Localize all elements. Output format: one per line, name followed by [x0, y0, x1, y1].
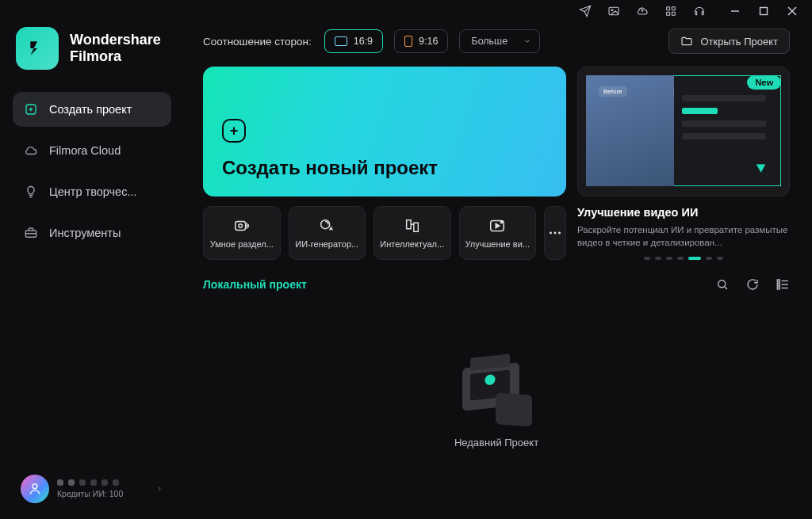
landscape-ratio-icon	[335, 36, 347, 46]
window-controls	[730, 6, 798, 17]
promo-before-label: Before	[599, 86, 627, 97]
promo-panel: Before After New Улучшение видео ИИ Раск…	[577, 67, 790, 260]
tool-smart-split[interactable]: Умное раздел...	[203, 206, 281, 260]
svg-point-19	[501, 221, 503, 223]
tool-ai-generator[interactable]: ИИ-генератор...	[289, 206, 366, 260]
chevron-down-icon	[523, 37, 531, 45]
sidebar-item-label: Filmora Cloud	[49, 144, 121, 157]
svg-rect-25	[777, 284, 779, 286]
open-project-text: Открыть Проект	[701, 36, 779, 48]
tool-label: Умное раздел...	[210, 239, 274, 249]
tabs-row: Локальный проект	[203, 277, 790, 292]
sidebar-item-label: Центр творчес...	[49, 185, 136, 198]
svg-rect-2	[667, 7, 670, 10]
svg-point-21	[554, 232, 557, 235]
dots-icon	[546, 224, 564, 242]
chevron-right-icon	[155, 485, 163, 493]
sidebar-item-creative[interactable]: Центр творчес...	[13, 174, 171, 209]
brand-line1: Wondershare	[70, 32, 161, 48]
promo-pagination[interactable]	[577, 257, 790, 260]
sidebar-item-label: Создать проект	[49, 103, 132, 116]
enhance-icon	[488, 217, 506, 235]
user-meta: Кредиты ИИ: 100	[57, 479, 147, 498]
tool-label: ИИ-генератор...	[295, 239, 358, 249]
search-icon[interactable]	[715, 277, 730, 292]
svg-rect-24	[777, 280, 779, 282]
svg-rect-15	[236, 222, 246, 231]
svg-point-20	[550, 232, 552, 235]
svg-rect-26	[777, 287, 779, 289]
svg-point-23	[718, 280, 726, 288]
sidebar-item-tools[interactable]: Инструменты	[13, 216, 171, 250]
hero-column: + Создать новый проект Умное раздел... И…	[203, 67, 566, 260]
svg-rect-5	[672, 12, 675, 15]
maximize-icon[interactable]	[758, 6, 769, 17]
svg-point-14	[33, 484, 37, 489]
titlebar	[0, 0, 812, 22]
logo-mark-icon	[16, 27, 59, 70]
aspect-16-9-button[interactable]: 16:9	[324, 29, 383, 53]
cutout-icon	[404, 217, 421, 235]
empty-box-icon	[461, 362, 532, 426]
promo-image[interactable]: Before After New	[577, 67, 790, 197]
user-status-dots	[57, 479, 147, 486]
aspect-16-9-text: 16:9	[354, 36, 373, 47]
sidebar-item-create[interactable]: Создать проект	[13, 92, 171, 127]
app-logo: Wondershare Filmora	[13, 25, 171, 92]
hero-row: + Создать новый проект Умное раздел... И…	[203, 67, 790, 260]
refresh-icon[interactable]	[745, 277, 760, 292]
plus-square-icon	[24, 102, 38, 116]
portrait-ratio-icon	[404, 36, 412, 47]
list-view-icon[interactable]	[776, 277, 790, 292]
ai-credits-label: Кредиты ИИ: 100	[57, 489, 147, 498]
svg-rect-4	[667, 12, 670, 15]
recent-label: Недавний Проект	[454, 437, 538, 448]
plus-icon: +	[222, 119, 246, 143]
image-icon[interactable]	[607, 5, 620, 17]
tool-smart-cutout[interactable]: Интеллектуал...	[373, 206, 451, 260]
svg-point-16	[239, 224, 243, 228]
tool-more-button[interactable]	[544, 206, 566, 260]
new-badge: New	[747, 75, 781, 90]
promo-description: Раскройте потенциал ИИ и превратите разм…	[577, 223, 790, 249]
headphones-icon[interactable]	[693, 5, 706, 17]
tool-label: Интеллектуал...	[380, 239, 444, 249]
aspect-more-button[interactable]: Больше	[459, 29, 540, 53]
open-project-button[interactable]: Открыть Проект	[668, 29, 791, 54]
cloud-icon	[24, 143, 38, 158]
svg-point-1	[611, 10, 613, 11]
logo-text: Wondershare Filmora	[70, 32, 161, 64]
close-icon[interactable]	[787, 6, 798, 17]
minimize-icon[interactable]	[730, 6, 741, 17]
avatar	[21, 475, 49, 503]
ai-generator-icon	[318, 217, 335, 235]
recent-projects-empty: Недавний Проект	[203, 292, 790, 519]
main-area: Соотношение сторон: 16:9 9:16 Больше Отк…	[184, 22, 812, 519]
apps-icon[interactable]	[665, 5, 677, 17]
quick-tools-row: Умное раздел... ИИ-генератор... Интеллек…	[203, 206, 566, 260]
send-icon[interactable]	[579, 5, 592, 17]
cloud-upload-icon[interactable]	[636, 5, 649, 17]
aspect-9-16-button[interactable]: 9:16	[394, 29, 448, 53]
user-chip[interactable]: Кредиты ИИ: 100	[13, 470, 171, 508]
new-project-title: Создать новый проект	[222, 157, 547, 179]
sidebar-item-cloud[interactable]: Filmora Cloud	[13, 133, 171, 168]
svg-rect-0	[609, 7, 619, 14]
toolbox-icon	[24, 226, 38, 240]
titlebar-quick-icons	[579, 5, 706, 17]
aspect-ratio-label: Соотношение сторон:	[203, 36, 312, 48]
tool-video-enhance[interactable]: Улучшение ви...	[459, 206, 537, 260]
new-project-card[interactable]: + Создать новый проект	[203, 67, 566, 197]
folder-icon	[680, 35, 693, 48]
svg-rect-3	[672, 7, 675, 10]
sidebar: Wondershare Filmora Создать проект Filmo…	[0, 22, 184, 519]
more-text: Больше	[471, 36, 508, 47]
tab-local-project[interactable]: Локальный проект	[203, 278, 307, 291]
aspect-9-16-text: 9:16	[419, 36, 438, 47]
promo-title: Улучшение видео ИИ	[577, 206, 790, 219]
cursor-icon	[756, 160, 768, 172]
brand-line2: Filmora	[70, 48, 161, 65]
sidebar-nav: Создать проект Filmora Cloud Центр творч…	[13, 92, 171, 250]
sidebar-item-label: Инструменты	[49, 227, 121, 239]
topbar: Соотношение сторон: 16:9 9:16 Больше Отк…	[203, 29, 790, 54]
